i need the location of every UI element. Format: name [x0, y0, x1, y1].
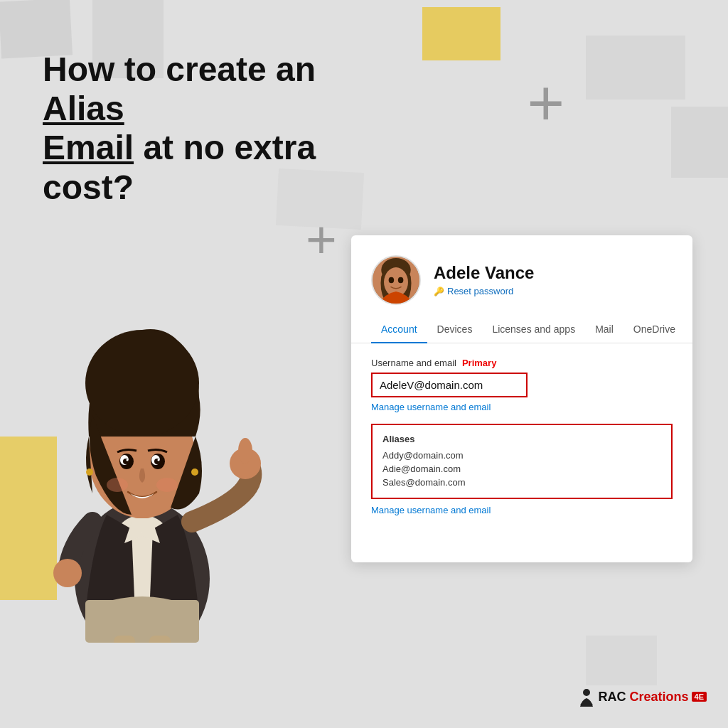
card-header: Adele Vance 🔑 Reset password: [351, 235, 692, 316]
tab-account[interactable]: Account: [371, 316, 427, 343]
primary-email-text: AdeleV@domain.com: [380, 379, 483, 391]
brand-text-part1: RAC Creations: [598, 690, 688, 705]
reset-password-link[interactable]: 🔑 Reset password: [434, 286, 534, 296]
manage-link-1[interactable]: Manage username and email: [371, 402, 673, 412]
svg-point-30: [398, 277, 404, 283]
svg-point-10: [53, 559, 82, 587]
username-email-label: Username and email: [371, 358, 456, 368]
alias-underline: Alias: [43, 90, 124, 127]
main-title: How to create an Alias Email at no extra…: [43, 50, 384, 207]
primary-email-box: AdeleV@domain.com: [371, 373, 528, 397]
primary-badge: Primary: [462, 358, 496, 368]
svg-point-9: [238, 438, 252, 464]
title-section: How to create an Alias Email at no extra…: [43, 50, 384, 207]
user-name: Adele Vance: [434, 263, 534, 283]
username-email-section: Username and email Primary AdeleV@domain…: [371, 358, 673, 412]
user-info: Adele Vance 🔑 Reset password: [434, 263, 534, 296]
aliases-title: Aliases: [382, 434, 661, 444]
brand-rac: RAC: [598, 690, 626, 704]
reset-password-label: Reset password: [447, 286, 513, 296]
svg-point-13: [85, 330, 199, 437]
alias-item-3: Sales@domain.com: [382, 476, 661, 489]
svg-point-31: [583, 689, 590, 696]
aliases-box: Aliases Addy@domain.com Adie@domain.com …: [371, 424, 673, 499]
brand-icon: [577, 687, 596, 707]
avatar: [371, 255, 421, 305]
svg-point-21: [158, 459, 160, 461]
svg-rect-4: [114, 636, 135, 643]
manage-link-2[interactable]: Manage username and email: [371, 505, 673, 515]
svg-point-20: [127, 459, 129, 461]
svg-point-24: [86, 469, 93, 476]
field-label-row: Username and email Primary: [371, 358, 673, 368]
svg-point-29: [389, 277, 395, 283]
email-underline: Email: [43, 129, 134, 166]
brand-creations: Creations: [630, 690, 689, 704]
branding: RAC Creations 4E: [577, 687, 707, 707]
character-svg: [21, 273, 263, 643]
tab-onedrive[interactable]: OneDrive: [623, 316, 685, 343]
svg-point-23: [156, 478, 178, 492]
tab-devices[interactable]: Devices: [427, 316, 483, 343]
svg-rect-3: [85, 600, 199, 643]
content-area: Adele Vance 🔑 Reset password Account Dev…: [36, 221, 692, 700]
svg-point-22: [107, 478, 128, 492]
tabs-bar: Account Devices Licenses and apps Mail O…: [351, 316, 692, 343]
main-container: How to create an Alias Email at no extra…: [0, 0, 728, 728]
character-figure: [21, 273, 263, 643]
alias-item-2: Adie@domain.com: [382, 462, 661, 476]
alias-item-1: Addy@domain.com: [382, 449, 661, 462]
svg-point-25: [191, 469, 198, 476]
brand-badge: 4E: [692, 692, 707, 702]
card-body: Username and email Primary AdeleV@domain…: [351, 343, 692, 532]
tab-licenses[interactable]: Licenses and apps: [482, 316, 585, 343]
character-area: [36, 221, 306, 700]
tab-mail[interactable]: Mail: [585, 316, 623, 343]
key-icon: 🔑: [434, 287, 444, 296]
svg-rect-5: [149, 636, 171, 643]
admin-card: Adele Vance 🔑 Reset password Account Dev…: [351, 235, 692, 562]
